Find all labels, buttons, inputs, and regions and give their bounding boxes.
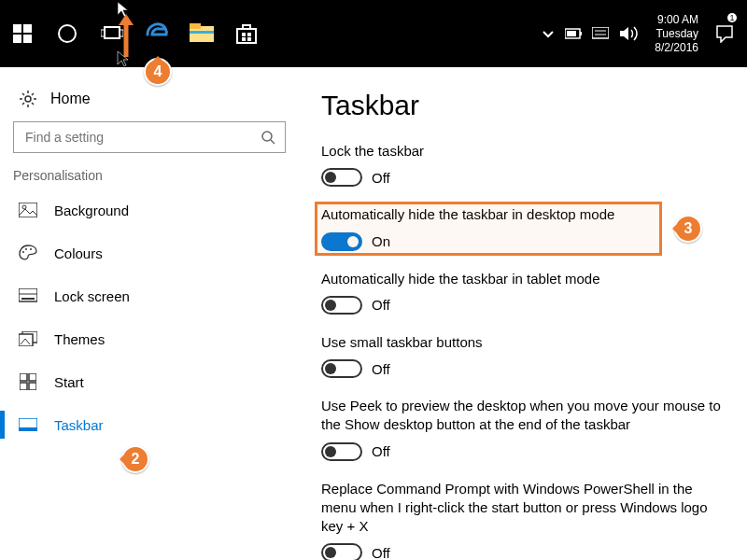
svg-rect-41 (19, 427, 37, 431)
sidebar-item-background[interactable]: Background (13, 189, 286, 231)
settings-sidebar: Home Personalisation Background Colours … (0, 67, 299, 560)
chevron-down-icon (542, 27, 555, 40)
tray-input-indicator[interactable] (587, 0, 613, 67)
tray-volume[interactable] (613, 0, 645, 67)
svg-rect-15 (247, 37, 251, 41)
sidebar-item-label: Taskbar (54, 417, 104, 433)
option-label: Lock the taskbar (321, 142, 730, 161)
file-explorer-icon (190, 23, 214, 44)
settings-content: Taskbar Lock the taskbar Off Automatical… (299, 67, 747, 560)
page-title: Taskbar (321, 90, 730, 121)
svg-point-31 (30, 248, 32, 250)
tray-overflow-button[interactable] (535, 0, 561, 67)
svg-line-26 (271, 140, 275, 144)
sidebar-item-label: Themes (54, 331, 105, 347)
clock-day: Tuesday (655, 27, 698, 41)
option-peek: Use Peek to preview the desktop when you… (321, 397, 730, 461)
svg-rect-9 (190, 23, 201, 29)
svg-rect-5 (105, 27, 120, 38)
sidebar-home-label: Home (50, 91, 91, 107)
sidebar-item-themes[interactable]: Themes (13, 317, 286, 360)
svg-rect-10 (190, 31, 214, 34)
option-powershell: Replace Command Prompt with Windows Powe… (321, 480, 730, 561)
svg-rect-1 (23, 24, 32, 33)
option-small-buttons: Use small taskbar buttons Off (321, 333, 730, 378)
tray-clock[interactable]: 9:00 AM Tuesday 8/2/2016 (645, 13, 708, 55)
toggle-autohide-tablet[interactable] (321, 296, 362, 315)
palette-icon (19, 245, 37, 261)
toggle-state: Off (372, 361, 390, 377)
cortana-button[interactable] (45, 0, 90, 67)
toggle-lock-taskbar[interactable] (321, 168, 362, 187)
taskbar-app-file-explorer[interactable] (179, 0, 224, 67)
sidebar-item-colours[interactable]: Colours (13, 231, 286, 274)
sidebar-item-label: Background (54, 203, 129, 218)
taskbar-tray: 9:00 AM Tuesday 8/2/2016 1 (535, 0, 747, 67)
sidebar-item-lock-screen[interactable]: Lock screen (13, 274, 286, 317)
svg-rect-36 (20, 373, 27, 381)
svg-rect-13 (247, 33, 251, 36)
toggle-state: Off (372, 545, 390, 560)
svg-rect-38 (20, 383, 27, 390)
svg-marker-23 (119, 14, 134, 25)
windows-logo-icon (13, 24, 32, 43)
svg-rect-3 (23, 35, 32, 43)
svg-rect-19 (592, 27, 609, 38)
battery-icon (565, 28, 584, 39)
sidebar-item-taskbar[interactable]: Taskbar (13, 403, 286, 446)
annotation-highlight-box (315, 202, 662, 256)
svg-rect-14 (242, 37, 246, 41)
toggle-peek[interactable] (321, 442, 362, 461)
toggle-small-buttons[interactable] (321, 359, 362, 378)
sidebar-item-start[interactable]: Start (13, 360, 286, 403)
svg-rect-12 (242, 33, 246, 36)
toggle-state: Off (372, 297, 390, 313)
sidebar-item-label: Start (54, 374, 84, 390)
taskbar-icon (19, 418, 37, 431)
action-center-badge: 1 (727, 13, 737, 22)
svg-point-24 (25, 96, 31, 102)
option-label: Use Peek to preview the desktop when you… (321, 397, 730, 435)
cursor-icon (116, 51, 131, 66)
taskbar-left (0, 0, 269, 67)
annotation-callout-4: 4 (144, 58, 172, 86)
svg-rect-33 (21, 298, 35, 300)
sidebar-category: Personalisation (13, 153, 286, 189)
sidebar-item-label: Colours (54, 245, 103, 261)
picture-icon (19, 203, 37, 217)
option-label: Automatically hide the taskbar in tablet… (321, 270, 730, 288)
sidebar-home[interactable]: Home (13, 86, 286, 121)
svg-point-4 (59, 25, 76, 42)
svg-rect-18 (567, 31, 576, 36)
start-button[interactable] (0, 0, 45, 67)
taskbar-app-store[interactable] (224, 0, 269, 67)
action-center-icon (715, 24, 734, 43)
windows-taskbar: 9:00 AM Tuesday 8/2/2016 1 (0, 0, 747, 67)
svg-point-28 (22, 205, 26, 209)
store-icon (235, 22, 258, 45)
sidebar-item-label: Lock screen (54, 288, 130, 304)
svg-rect-37 (29, 373, 36, 381)
search-icon (261, 130, 275, 145)
toggle-powershell[interactable] (321, 543, 362, 560)
svg-rect-17 (580, 32, 582, 35)
tray-battery[interactable] (561, 0, 587, 67)
annotation-callout-3: 3 (674, 215, 702, 243)
svg-point-29 (22, 251, 24, 253)
option-lock-taskbar: Lock the taskbar Off (321, 142, 730, 187)
svg-rect-39 (29, 383, 36, 390)
lock-screen-icon (19, 288, 37, 303)
search-input[interactable] (23, 129, 261, 146)
clock-time: 9:00 AM (655, 13, 698, 27)
toggle-state: Off (372, 443, 390, 459)
annotation-callout-2: 2 (121, 445, 149, 473)
gear-icon (19, 90, 37, 108)
volume-icon (619, 25, 640, 42)
keyboard-icon (592, 27, 609, 40)
cortana-icon (57, 23, 78, 44)
settings-window: Home Personalisation Background Colours … (0, 67, 747, 560)
settings-search[interactable] (13, 121, 286, 153)
action-center-button[interactable]: 1 (708, 24, 741, 43)
edge-icon (145, 21, 169, 46)
option-autohide-tablet: Automatically hide the taskbar in tablet… (321, 270, 730, 315)
